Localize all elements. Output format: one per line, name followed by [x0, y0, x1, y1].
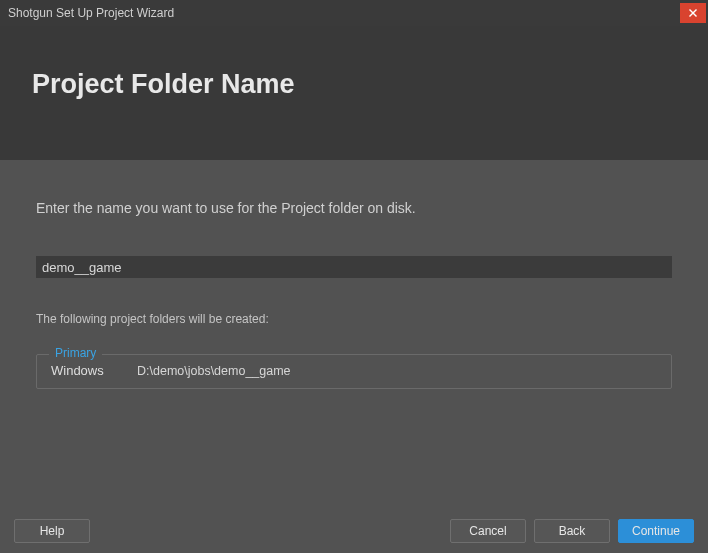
primary-legend: Primary — [49, 346, 102, 360]
instruction-text: Enter the name you want to use for the P… — [36, 200, 672, 216]
help-button[interactable]: Help — [14, 519, 90, 543]
project-folder-name-input[interactable] — [36, 256, 672, 278]
close-icon — [689, 9, 697, 17]
page-title: Project Folder Name — [32, 69, 295, 100]
back-button[interactable]: Back — [534, 519, 610, 543]
storage-row: Windows D:\demo\jobs\demo__game — [51, 363, 657, 378]
subnote-text: The following project folders will be cr… — [36, 312, 672, 326]
header-band: Project Folder Name — [0, 26, 708, 160]
os-label: Windows — [51, 363, 109, 378]
continue-button[interactable]: Continue — [618, 519, 694, 543]
titlebar: Shotgun Set Up Project Wizard — [0, 0, 708, 26]
footer: Help Cancel Back Continue — [0, 519, 708, 543]
window-title: Shotgun Set Up Project Wizard — [8, 6, 174, 20]
primary-storage-group: Primary Windows D:\demo\jobs\demo__game — [36, 354, 672, 389]
main-content: Enter the name you want to use for the P… — [0, 160, 708, 389]
storage-path: D:\demo\jobs\demo__game — [137, 364, 291, 378]
close-button[interactable] — [680, 3, 706, 23]
cancel-button[interactable]: Cancel — [450, 519, 526, 543]
